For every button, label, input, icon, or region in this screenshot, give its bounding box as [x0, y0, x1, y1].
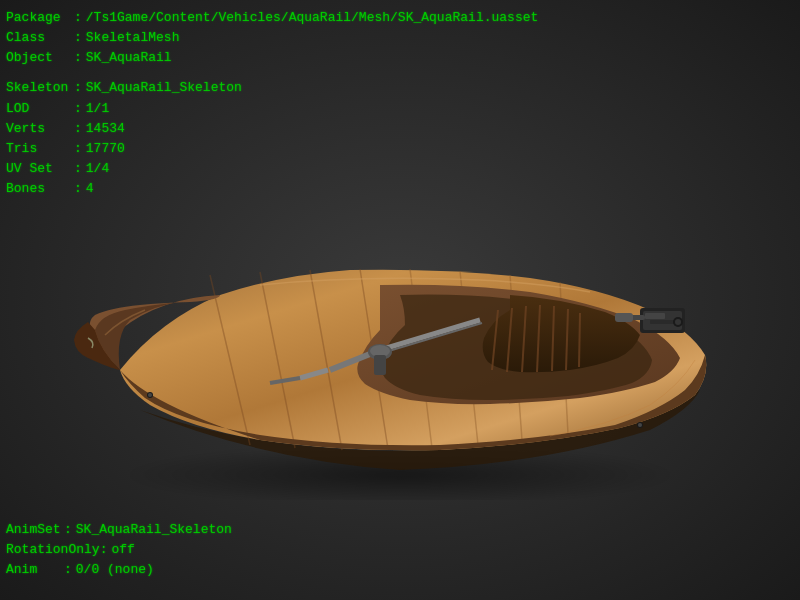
- verts-value: 14534: [86, 119, 125, 139]
- verts-row: Verts : 14534: [6, 119, 538, 139]
- animset-value: SK_AquaRail_Skeleton: [76, 520, 232, 540]
- anim-row: Anim : 0/0 (none): [6, 560, 232, 580]
- lod-row: LOD : 1/1: [6, 99, 538, 119]
- skeleton-label: Skeleton: [6, 78, 74, 98]
- skeleton-row: Skeleton : SK_AquaRail_Skeleton: [6, 78, 538, 98]
- package-row: Package : /Ts1Game/Content/Vehicles/Aqua…: [6, 8, 538, 28]
- rotationonly-label: RotationOnly: [6, 540, 100, 560]
- animset-row: AnimSet : SK_AquaRail_Skeleton: [6, 520, 232, 540]
- class-value: SkeletalMesh: [86, 28, 180, 48]
- anim-label: Anim: [6, 560, 64, 580]
- svg-point-33: [148, 393, 152, 397]
- class-label: Class: [6, 28, 74, 48]
- bones-row: Bones : 4: [6, 179, 538, 199]
- tris-row: Tris : 17770: [6, 139, 538, 159]
- svg-rect-18: [645, 313, 665, 319]
- bones-label: Bones: [6, 179, 74, 199]
- info-panel-top: Package : /Ts1Game/Content/Vehicles/Aqua…: [6, 8, 538, 199]
- object-row: Object : SK_AquaRail: [6, 48, 538, 68]
- package-label: Package: [6, 8, 74, 28]
- object-value: SK_AquaRail: [86, 48, 172, 68]
- uvset-value: 1/4: [86, 159, 109, 179]
- bones-value: 4: [86, 179, 94, 199]
- info-panel-bottom: AnimSet : SK_AquaRail_Skeleton RotationO…: [6, 520, 232, 580]
- tris-label: Tris: [6, 139, 74, 159]
- svg-line-15: [579, 313, 580, 367]
- lod-label: LOD: [6, 99, 74, 119]
- svg-rect-31: [374, 355, 386, 375]
- tris-value: 17770: [86, 139, 125, 159]
- rotationonly-row: RotationOnly : off: [6, 540, 232, 560]
- object-label: Object: [6, 48, 74, 68]
- svg-point-35: [638, 423, 642, 427]
- anim-value: 0/0 (none): [76, 560, 154, 580]
- class-row: Class : SkeletalMesh: [6, 28, 538, 48]
- lod-value: 1/1: [86, 99, 109, 119]
- svg-rect-23: [615, 313, 633, 322]
- viewport: Package : /Ts1Game/Content/Vehicles/Aqua…: [0, 0, 800, 600]
- uvset-label: UV Set: [6, 159, 74, 179]
- verts-label: Verts: [6, 119, 74, 139]
- package-value: /Ts1Game/Content/Vehicles/AquaRail/Mesh/…: [86, 8, 538, 28]
- animset-label: AnimSet: [6, 520, 64, 540]
- svg-point-21: [675, 319, 681, 325]
- skeleton-value: SK_AquaRail_Skeleton: [86, 78, 242, 98]
- uvset-row: UV Set : 1/4: [6, 159, 538, 179]
- rotationonly-value: off: [111, 540, 134, 560]
